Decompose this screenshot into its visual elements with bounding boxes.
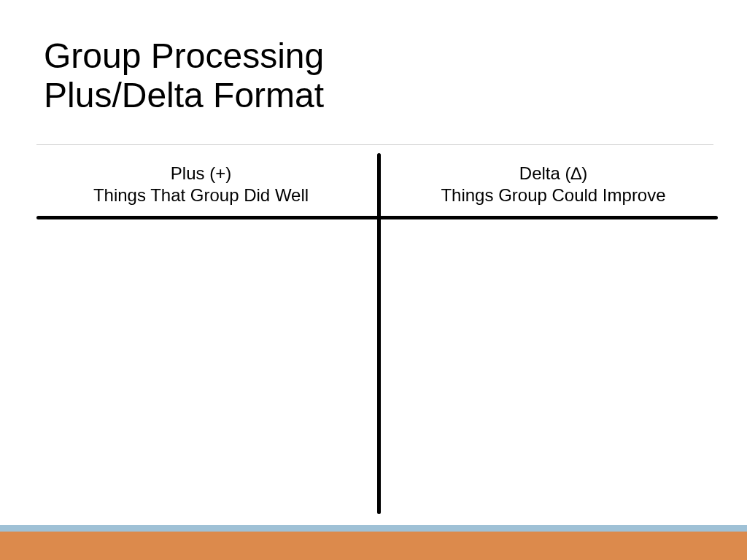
title-line-1: Group Processing <box>44 36 700 76</box>
t-chart-horizontal-line <box>36 216 718 219</box>
plus-subheading: Things That Group Did Well <box>93 184 309 206</box>
slide-title-block: Group Processing Plus/Delta Format <box>44 36 700 115</box>
plus-delta-t-chart: Plus (+) Things That Group Did Well Delt… <box>36 153 718 514</box>
delta-column-header: Delta (∆) Things Group Could Improve <box>374 153 718 216</box>
delta-subheading: Things Group Could Improve <box>441 184 665 206</box>
title-underline <box>36 144 713 145</box>
footer-accent-orange <box>0 532 747 560</box>
plus-column-header: Plus (+) Things That Group Did Well <box>36 153 374 216</box>
slide: Group Processing Plus/Delta Format Plus … <box>0 0 747 560</box>
title-line-2: Plus/Delta Format <box>44 76 700 115</box>
plus-heading: Plus (+) <box>171 163 231 184</box>
footer-accent-blue <box>0 525 747 532</box>
delta-heading: Delta (∆) <box>519 163 587 184</box>
t-chart-vertical-line <box>377 153 381 514</box>
